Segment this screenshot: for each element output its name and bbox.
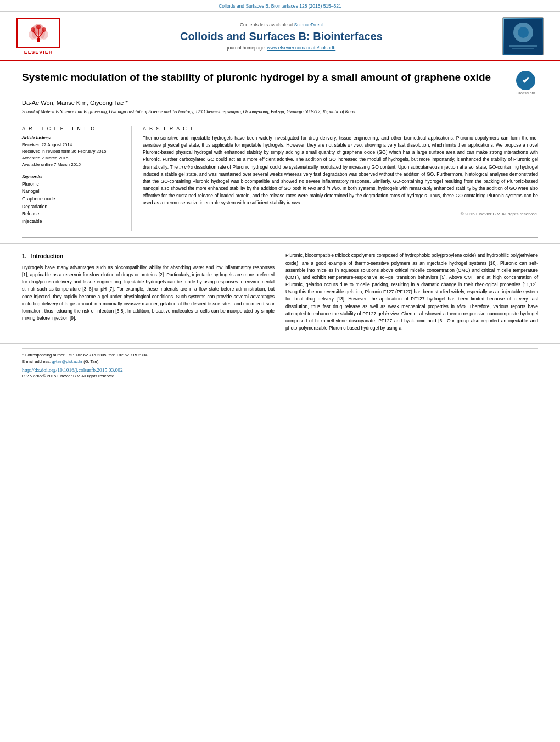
intro-right-col: Pluronic, biocompatible triblock copolym… [285,252,538,335]
footer-divider [22,348,538,349]
journal-title: Colloids and Surfaces B: Biointerfaces [66,30,497,43]
doi-link[interactable]: http://dx.doi.org/10.1016/j.colsurfb.201… [22,367,123,373]
email-suffix: (G. Tae). [83,359,99,364]
authors: Da-Ae Won, Manse Kim, Giyoong Tae * [22,99,538,106]
revised-date: Received in revised form 26 February 201… [22,148,123,155]
contents-available: Contents lists available at ScienceDirec… [66,22,497,27]
article-title-row: Systemic modulation of the stability of … [22,71,538,95]
homepage-link[interactable]: www.elsevier.com/locate/colsurfb [267,45,336,51]
accepted-date: Accepted 2 March 2015 [22,155,123,161]
available-date: Available online 7 March 2015 [22,161,123,168]
article-history-label: Article history: [22,135,123,140]
section-title-text: Introduction [31,253,63,259]
svg-point-8 [31,27,35,32]
abstract-column: A B S T R A C T Thermo-sensitive and inj… [143,126,538,231]
sciencedirect-link[interactable]: ScienceDirect [294,22,323,27]
crossmark-badge[interactable]: ✔ CrossMark [513,71,538,95]
elsevier-tree-svg [25,23,52,43]
article-content: Systemic modulation of the stability of … [0,61,560,231]
affiliation: School of Materials Science and Engineer… [22,109,538,115]
keyword-3: Graphene oxide [22,196,123,203]
cover-svg [504,19,542,54]
email-line: E-mail address: gytae@gist.ac.kr (G. Tae… [22,359,538,365]
contents-label: Contents lists available at [240,22,294,27]
doi-line: http://dx.doi.org/10.1016/j.colsurfb.201… [22,367,538,373]
intro-left-text: Hydrogels have many advantages such as b… [22,264,275,322]
introduction-two-col: 1. Introduction Hydrogels have many adva… [22,252,538,335]
section-number: 1. [22,253,26,259]
journal-homepage: journal homepage: www.elsevier.com/locat… [66,45,497,51]
keyword-2: Nanogel [22,188,123,196]
corresponding-author: * Corresponding author. Tel.: +82 62 715… [22,352,538,358]
keyword-4: Degradation [22,203,123,211]
keywords-label: Keywords: [22,174,123,179]
article-divider [22,121,538,121]
article-info-abstract: A R T I C L E I N F O Article history: R… [22,126,538,231]
article-history-block: Article history: Received 22 August 2014… [22,135,123,168]
elsevier-name: ELSEVIER [24,49,53,55]
crossmark-label: CrossMark [517,91,535,95]
article-info-heading: A R T I C L E I N F O [22,126,123,131]
body-section: 1. Introduction Hydrogels have many adva… [0,243,560,341]
intro-section-title: 1. Introduction [22,252,275,261]
abstract-text: Thermo-sensitive and injectable hydrogel… [143,135,538,207]
section-divider [22,237,538,238]
abstract-heading: A B S T R A C T [143,126,538,131]
journal-citation: Colloids and Surfaces B: Biointerfaces 1… [219,3,341,9]
svg-rect-15 [512,48,534,49]
svg-rect-14 [509,45,537,47]
elsevier-logo-area: ELSEVIER [11,18,66,55]
received-date: Received 22 August 2014 [22,142,123,148]
journal-info-center: Contents lists available at ScienceDirec… [66,22,497,51]
authors-text: Da-Ae Won, Manse Kim, Giyoong Tae * [22,99,128,106]
keyword-5: Release [22,210,123,218]
intro-left-col: 1. Introduction Hydrogels have many adva… [22,252,275,335]
elsevier-logo-box [16,18,60,48]
svg-point-9 [42,27,46,32]
journal-header: ELSEVIER Contents lists available at Sci… [0,12,560,61]
elsevier-logo: ELSEVIER [11,18,66,55]
svg-point-13 [518,27,529,38]
keyword-6: Injectable [22,218,123,226]
cover-image [502,17,544,55]
journal-cover-thumbnail [497,17,544,55]
keywords-block: Keywords: Pluronic Nanogel Graphene oxid… [22,174,123,226]
issn-line: 0927-7765/© 2015 Elsevier B.V. All right… [22,373,538,379]
page-footer: * Corresponding author. Tel.: +82 62 715… [0,343,560,383]
svg-point-10 [36,25,41,29]
email-label: E-mail address: [22,359,52,364]
article-title: Systemic modulation of the stability of … [22,71,508,85]
intro-right-text: Pluronic, biocompatible triblock copolym… [285,252,538,332]
email-link[interactable]: gytae@gist.ac.kr [52,359,82,364]
copyright-line: © 2015 Elsevier B.V. All rights reserved… [143,211,538,216]
homepage-label: journal homepage: [227,45,267,51]
article-info-column: A R T I C L E I N F O Article history: R… [22,126,132,231]
journal-citation-bar: Colloids and Surfaces B: Biointerfaces 1… [0,0,560,12]
keyword-1: Pluronic [22,181,123,188]
page: Colloids and Surfaces B: Biointerfaces 1… [0,0,560,742]
crossmark-icon: ✔ [516,71,535,90]
